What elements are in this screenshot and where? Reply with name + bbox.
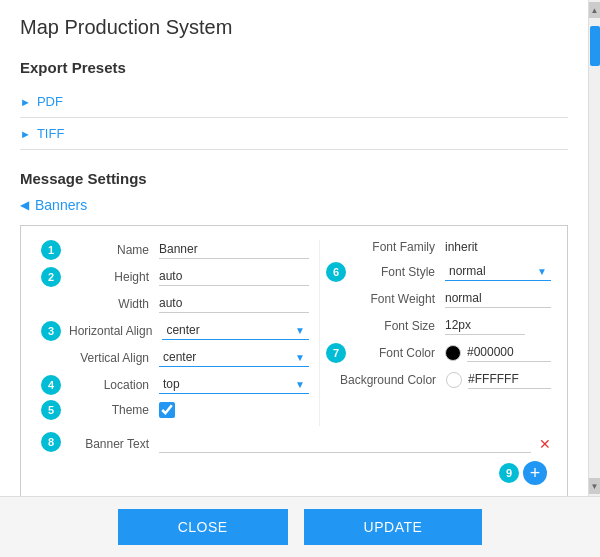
scrollbar-thumb[interactable] [590, 26, 600, 66]
horizontal-align-select[interactable]: center left right [162, 321, 309, 340]
font-style-label: Font Style [340, 265, 445, 279]
width-input[interactable] [159, 294, 309, 313]
badge-4: 4 [41, 375, 61, 395]
font-size-input[interactable] [445, 316, 525, 335]
message-settings-title: Message Settings [20, 170, 568, 187]
chevron-left-icon: ◀ [20, 198, 29, 212]
preset-item-pdf[interactable]: ► PDF [20, 86, 568, 118]
location-label: Location [69, 378, 159, 392]
font-style-row: 6 Font Style normal italic oblique ▼ [340, 262, 551, 281]
badge-3: 3 [41, 321, 61, 341]
font-family-row: Font Family inherit [340, 240, 551, 254]
background-color-value: #FFFFFF [468, 370, 551, 389]
font-weight-label: Font Weight [340, 292, 445, 306]
horizontal-align-select-wrapper: center left right ▼ [162, 321, 309, 340]
vertical-align-select-wrapper: center top bottom ▼ [159, 348, 309, 367]
badge-6: 6 [326, 262, 346, 282]
font-color-value: #000000 [467, 343, 551, 362]
font-color-swatch[interactable] [445, 345, 461, 361]
banner-text-input[interactable] [159, 434, 531, 453]
name-row: 1 Name [69, 240, 309, 259]
badge-2: 2 [41, 267, 61, 287]
name-input[interactable] [159, 240, 309, 259]
font-size-row: Font Size [340, 316, 551, 335]
width-label: Width [69, 297, 159, 311]
width-row: Width [69, 294, 309, 313]
location-row: 4 Location top bottom left right ▼ [69, 375, 309, 394]
badge-5: 5 [41, 400, 61, 420]
name-label: Name [69, 243, 159, 257]
font-weight-row: Font Weight normal [340, 289, 551, 308]
vertical-align-row: Vertical Align center top bottom ▼ [69, 348, 309, 367]
font-color-label: Font Color [340, 346, 445, 360]
font-style-select[interactable]: normal italic oblique [445, 262, 551, 281]
scroll-down-button[interactable]: ▼ [589, 478, 601, 494]
vertical-align-select[interactable]: center top bottom [159, 348, 309, 367]
scrollbar[interactable]: ▲ ▼ [588, 0, 600, 496]
font-style-select-wrapper: normal italic oblique ▼ [445, 262, 551, 281]
message-settings-section: Message Settings ◀ Banners 1 Name [20, 170, 568, 496]
theme-checkbox[interactable] [159, 402, 175, 418]
add-button[interactable]: + [523, 461, 547, 485]
theme-label: Theme [69, 403, 159, 417]
location-select[interactable]: top bottom left right [159, 375, 309, 394]
bottom-bar: CLOSE UPDATE [0, 496, 600, 557]
font-color-field: #000000 [445, 343, 551, 362]
background-color-row: Background Color #FFFFFF [340, 370, 551, 389]
update-button[interactable]: UPDATE [304, 509, 483, 545]
export-presets-title: Export Presets [20, 59, 568, 76]
badge-8: 8 [41, 432, 61, 452]
height-row: 2 Height [69, 267, 309, 286]
font-family-value: inherit [445, 240, 478, 254]
location-select-wrapper: top bottom left right ▼ [159, 375, 309, 394]
font-size-label: Font Size [340, 319, 445, 333]
badge-1: 1 [41, 240, 61, 260]
badge-9: 9 [499, 463, 519, 483]
chevron-right-icon: ► [20, 128, 31, 140]
export-presets-section: Export Presets ► PDF ► TIFF [20, 59, 568, 150]
scroll-up-button[interactable]: ▲ [589, 2, 601, 18]
preset-item-tiff[interactable]: ► TIFF [20, 118, 568, 150]
badge-7: 7 [326, 343, 346, 363]
height-label: Height [69, 270, 159, 284]
height-input[interactable] [159, 267, 309, 286]
font-color-row: 7 Font Color #000000 [340, 343, 551, 362]
banner-panel: 1 Name 2 Height [20, 225, 568, 496]
theme-row: 5 Theme [69, 402, 309, 418]
horizontal-align-row: 3 Horizontal Align center left right ▼ [69, 321, 309, 340]
font-family-label: Font Family [340, 240, 445, 254]
add-button-row: 9 + [37, 461, 551, 485]
background-color-swatch[interactable] [446, 372, 462, 388]
banners-toggle[interactable]: ◀ Banners [20, 197, 568, 213]
horizontal-align-label: Horizontal Align [69, 324, 162, 338]
close-button[interactable]: CLOSE [118, 509, 288, 545]
preset-pdf-label: PDF [37, 94, 63, 109]
clear-banner-text-button[interactable]: ✕ [539, 436, 551, 452]
content-area: Map Production System Export Presets ► P… [0, 0, 588, 496]
banners-label: Banners [35, 197, 87, 213]
vertical-align-label: Vertical Align [69, 351, 159, 365]
banner-text-row: 8 Banner Text ✕ [37, 430, 551, 453]
chevron-right-icon: ► [20, 96, 31, 108]
banner-text-label: Banner Text [69, 437, 159, 451]
font-weight-value: normal [445, 289, 551, 308]
background-color-field: #FFFFFF [446, 370, 551, 389]
preset-tiff-label: TIFF [37, 126, 64, 141]
page-title: Map Production System [20, 16, 568, 39]
background-color-label: Background Color [340, 373, 446, 387]
